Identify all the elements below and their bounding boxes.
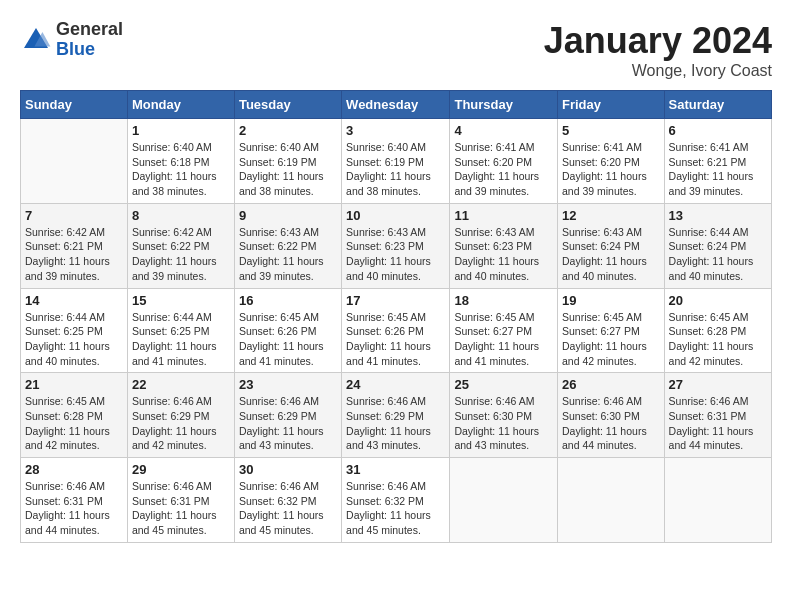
column-header-friday: Friday [558,91,665,119]
day-number: 14 [25,293,123,308]
cell-content: Sunrise: 6:46 AM Sunset: 6:30 PM Dayligh… [454,394,553,453]
cell-content: Sunrise: 6:46 AM Sunset: 6:30 PM Dayligh… [562,394,660,453]
calendar-cell: 9Sunrise: 6:43 AM Sunset: 6:22 PM Daylig… [234,203,341,288]
calendar-cell: 6Sunrise: 6:41 AM Sunset: 6:21 PM Daylig… [664,119,771,204]
day-number: 30 [239,462,337,477]
column-header-monday: Monday [127,91,234,119]
column-header-tuesday: Tuesday [234,91,341,119]
cell-content: Sunrise: 6:43 AM Sunset: 6:23 PM Dayligh… [346,225,445,284]
calendar-cell: 24Sunrise: 6:46 AM Sunset: 6:29 PM Dayli… [342,373,450,458]
day-number: 28 [25,462,123,477]
header-row: SundayMondayTuesdayWednesdayThursdayFrid… [21,91,772,119]
calendar-cell: 19Sunrise: 6:45 AM Sunset: 6:27 PM Dayli… [558,288,665,373]
day-number: 24 [346,377,445,392]
calendar-cell: 26Sunrise: 6:46 AM Sunset: 6:30 PM Dayli… [558,373,665,458]
cell-content: Sunrise: 6:45 AM Sunset: 6:27 PM Dayligh… [454,310,553,369]
title-block: January 2024 Wonge, Ivory Coast [544,20,772,80]
cell-content: Sunrise: 6:46 AM Sunset: 6:32 PM Dayligh… [239,479,337,538]
cell-content: Sunrise: 6:43 AM Sunset: 6:22 PM Dayligh… [239,225,337,284]
day-number: 9 [239,208,337,223]
day-number: 7 [25,208,123,223]
calendar-cell: 30Sunrise: 6:46 AM Sunset: 6:32 PM Dayli… [234,458,341,543]
logo-blue: Blue [56,40,123,60]
cell-content: Sunrise: 6:44 AM Sunset: 6:25 PM Dayligh… [132,310,230,369]
calendar-cell: 25Sunrise: 6:46 AM Sunset: 6:30 PM Dayli… [450,373,558,458]
day-number: 17 [346,293,445,308]
week-row-2: 7Sunrise: 6:42 AM Sunset: 6:21 PM Daylig… [21,203,772,288]
calendar-cell: 11Sunrise: 6:43 AM Sunset: 6:23 PM Dayli… [450,203,558,288]
cell-content: Sunrise: 6:43 AM Sunset: 6:23 PM Dayligh… [454,225,553,284]
calendar-cell: 27Sunrise: 6:46 AM Sunset: 6:31 PM Dayli… [664,373,771,458]
logo-text: General Blue [56,20,123,60]
day-number: 11 [454,208,553,223]
calendar-cell: 10Sunrise: 6:43 AM Sunset: 6:23 PM Dayli… [342,203,450,288]
cell-content: Sunrise: 6:42 AM Sunset: 6:21 PM Dayligh… [25,225,123,284]
column-header-sunday: Sunday [21,91,128,119]
logo-icon [20,24,52,56]
day-number: 18 [454,293,553,308]
cell-content: Sunrise: 6:41 AM Sunset: 6:20 PM Dayligh… [454,140,553,199]
calendar-cell: 15Sunrise: 6:44 AM Sunset: 6:25 PM Dayli… [127,288,234,373]
day-number: 4 [454,123,553,138]
day-number: 25 [454,377,553,392]
calendar-cell: 1Sunrise: 6:40 AM Sunset: 6:18 PM Daylig… [127,119,234,204]
cell-content: Sunrise: 6:46 AM Sunset: 6:29 PM Dayligh… [346,394,445,453]
day-number: 1 [132,123,230,138]
week-row-3: 14Sunrise: 6:44 AM Sunset: 6:25 PM Dayli… [21,288,772,373]
cell-content: Sunrise: 6:46 AM Sunset: 6:32 PM Dayligh… [346,479,445,538]
cell-content: Sunrise: 6:44 AM Sunset: 6:25 PM Dayligh… [25,310,123,369]
calendar-cell: 4Sunrise: 6:41 AM Sunset: 6:20 PM Daylig… [450,119,558,204]
calendar-cell: 17Sunrise: 6:45 AM Sunset: 6:26 PM Dayli… [342,288,450,373]
calendar-cell: 29Sunrise: 6:46 AM Sunset: 6:31 PM Dayli… [127,458,234,543]
day-number: 23 [239,377,337,392]
cell-content: Sunrise: 6:46 AM Sunset: 6:29 PM Dayligh… [132,394,230,453]
day-number: 13 [669,208,767,223]
cell-content: Sunrise: 6:45 AM Sunset: 6:26 PM Dayligh… [346,310,445,369]
day-number: 10 [346,208,445,223]
day-number: 3 [346,123,445,138]
calendar-cell [21,119,128,204]
cell-content: Sunrise: 6:46 AM Sunset: 6:31 PM Dayligh… [25,479,123,538]
calendar-cell [664,458,771,543]
day-number: 31 [346,462,445,477]
calendar-cell: 31Sunrise: 6:46 AM Sunset: 6:32 PM Dayli… [342,458,450,543]
calendar-cell [450,458,558,543]
cell-content: Sunrise: 6:42 AM Sunset: 6:22 PM Dayligh… [132,225,230,284]
calendar-cell: 22Sunrise: 6:46 AM Sunset: 6:29 PM Dayli… [127,373,234,458]
day-number: 5 [562,123,660,138]
calendar-cell: 3Sunrise: 6:40 AM Sunset: 6:19 PM Daylig… [342,119,450,204]
cell-content: Sunrise: 6:43 AM Sunset: 6:24 PM Dayligh… [562,225,660,284]
cell-content: Sunrise: 6:41 AM Sunset: 6:21 PM Dayligh… [669,140,767,199]
logo: General Blue [20,20,123,60]
week-row-4: 21Sunrise: 6:45 AM Sunset: 6:28 PM Dayli… [21,373,772,458]
calendar-table: SundayMondayTuesdayWednesdayThursdayFrid… [20,90,772,543]
logo-general: General [56,20,123,40]
day-number: 20 [669,293,767,308]
column-header-thursday: Thursday [450,91,558,119]
calendar-cell: 16Sunrise: 6:45 AM Sunset: 6:26 PM Dayli… [234,288,341,373]
calendar-cell: 23Sunrise: 6:46 AM Sunset: 6:29 PM Dayli… [234,373,341,458]
calendar-cell: 13Sunrise: 6:44 AM Sunset: 6:24 PM Dayli… [664,203,771,288]
cell-content: Sunrise: 6:45 AM Sunset: 6:26 PM Dayligh… [239,310,337,369]
calendar-cell: 18Sunrise: 6:45 AM Sunset: 6:27 PM Dayli… [450,288,558,373]
cell-content: Sunrise: 6:41 AM Sunset: 6:20 PM Dayligh… [562,140,660,199]
day-number: 29 [132,462,230,477]
page-header: General Blue January 2024 Wonge, Ivory C… [20,20,772,80]
calendar-cell: 14Sunrise: 6:44 AM Sunset: 6:25 PM Dayli… [21,288,128,373]
day-number: 26 [562,377,660,392]
cell-content: Sunrise: 6:45 AM Sunset: 6:28 PM Dayligh… [669,310,767,369]
cell-content: Sunrise: 6:40 AM Sunset: 6:19 PM Dayligh… [346,140,445,199]
cell-content: Sunrise: 6:46 AM Sunset: 6:31 PM Dayligh… [132,479,230,538]
calendar-cell: 28Sunrise: 6:46 AM Sunset: 6:31 PM Dayli… [21,458,128,543]
calendar-cell: 12Sunrise: 6:43 AM Sunset: 6:24 PM Dayli… [558,203,665,288]
calendar-cell: 5Sunrise: 6:41 AM Sunset: 6:20 PM Daylig… [558,119,665,204]
cell-content: Sunrise: 6:46 AM Sunset: 6:29 PM Dayligh… [239,394,337,453]
calendar-cell: 20Sunrise: 6:45 AM Sunset: 6:28 PM Dayli… [664,288,771,373]
day-number: 15 [132,293,230,308]
day-number: 12 [562,208,660,223]
day-number: 27 [669,377,767,392]
cell-content: Sunrise: 6:45 AM Sunset: 6:27 PM Dayligh… [562,310,660,369]
calendar-cell: 2Sunrise: 6:40 AM Sunset: 6:19 PM Daylig… [234,119,341,204]
day-number: 6 [669,123,767,138]
calendar-cell [558,458,665,543]
